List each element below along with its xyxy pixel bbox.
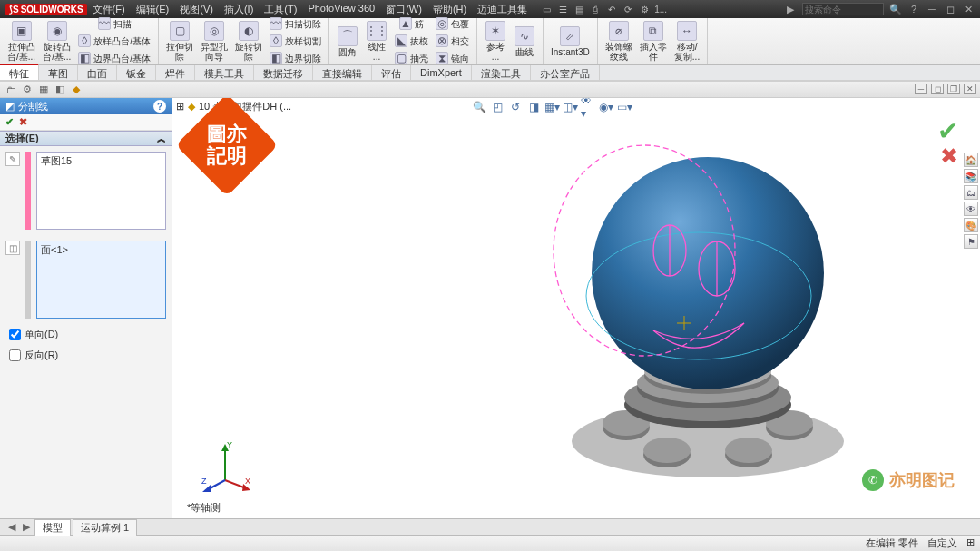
menu-tools[interactable]: 工具(T) bbox=[264, 3, 297, 16]
close-icon[interactable]: ✕ bbox=[962, 3, 975, 15]
taskpane-custom-icon[interactable]: ⚑ bbox=[964, 234, 978, 249]
taskpane-explorer-icon[interactable]: 🗂 bbox=[964, 185, 978, 200]
ribbon-btn-2[interactable]: 〰扫描 bbox=[74, 15, 154, 33]
status-system[interactable]: 自定义 bbox=[927, 536, 957, 550]
qat-new-icon[interactable]: ▭ bbox=[540, 3, 553, 15]
tab-sheetmetal[interactable]: 钣金 bbox=[117, 65, 156, 80]
viewport[interactable]: ⊞ ◆ 10.表情包摆件DH (... 🔍 ◰ ↺ ◨ ▦▾ ◫▾ 👁▾ ◉▾ … bbox=[172, 98, 980, 518]
fm-config-icon[interactable]: ▦ bbox=[36, 84, 51, 96]
zoom-fit-icon[interactable]: 🔍 bbox=[472, 100, 486, 114]
taskpane-home-icon[interactable]: 🏠 bbox=[964, 153, 978, 167]
tab-motion-study[interactable]: 运动算例 1 bbox=[73, 519, 137, 536]
tab-render[interactable]: 渲染工具 bbox=[472, 65, 531, 80]
face-select-icon[interactable]: ◫ bbox=[5, 241, 20, 255]
search-icon[interactable]: 🔍 bbox=[889, 3, 902, 15]
ribbon-btn-5[interactable]: ▢拉伸切 除 bbox=[162, 19, 197, 64]
tab-model[interactable]: 模型 bbox=[34, 519, 71, 536]
confirm-feature-icon[interactable]: ✔ bbox=[937, 116, 958, 146]
ribbon-btn-3[interactable]: ◊放样凸台/基体 bbox=[74, 33, 154, 50]
tree-expand-icon[interactable]: ⊞ bbox=[176, 101, 184, 113]
ribbon-btn-0[interactable]: ▣拉伸凸 台/基... bbox=[4, 19, 39, 64]
single-direction-checkbox[interactable] bbox=[9, 329, 21, 340]
fm-prop-icon[interactable]: ⚙ bbox=[20, 84, 34, 96]
ribbon-btn-9[interactable]: ◊放样切割 bbox=[266, 33, 325, 50]
qat-undo-icon[interactable]: ↶ bbox=[605, 3, 618, 15]
ribbon-btn-8[interactable]: 〰扫描切除 bbox=[266, 15, 325, 33]
tab-prev-icon[interactable]: ◀ bbox=[5, 521, 18, 534]
cancel-feature-icon[interactable]: ✖ bbox=[940, 143, 958, 169]
status-units-icon[interactable]: ⊞ bbox=[966, 536, 975, 550]
reverse-checkbox[interactable] bbox=[9, 349, 21, 361]
ribbon-btn-24[interactable]: ↔移动/ 复制... bbox=[671, 19, 703, 64]
tab-office[interactable]: 办公室产品 bbox=[531, 65, 600, 80]
command-search-input[interactable] bbox=[802, 3, 884, 15]
zoom-area-icon[interactable]: ◰ bbox=[490, 100, 505, 114]
sketch-selection-box[interactable]: 草图15 bbox=[36, 152, 166, 230]
tab-directedit[interactable]: 直接编辑 bbox=[313, 65, 372, 80]
pm-cancel-button[interactable]: ✖ bbox=[19, 116, 27, 128]
qat-print-icon[interactable]: ⎙ bbox=[589, 3, 602, 15]
qat-options-icon[interactable]: ⚙ bbox=[638, 3, 651, 15]
minimize-icon[interactable]: ─ bbox=[926, 3, 938, 15]
taskpane-appearance-icon[interactable]: 🎨 bbox=[964, 218, 978, 232]
ribbon-btn-20[interactable]: ∿曲线 bbox=[510, 25, 539, 59]
ribbon-btn-13[interactable]: ▲筋 bbox=[391, 15, 432, 33]
hide-show-icon[interactable]: 👁▾ bbox=[581, 100, 595, 114]
ribbon-btn-11[interactable]: ⌒圆角 bbox=[333, 25, 362, 59]
taskpane-lib-icon[interactable]: 📚 bbox=[964, 169, 978, 183]
qat-rebuild-icon[interactable]: ⟳ bbox=[622, 3, 634, 15]
ribbon-btn-6[interactable]: ◎异型孔 向导 bbox=[197, 19, 231, 64]
menu-insert[interactable]: 插入(I) bbox=[224, 3, 253, 16]
maximize-icon[interactable]: ◻ bbox=[944, 3, 956, 15]
ribbon-btn-22[interactable]: ⌀装饰螺 纹线 bbox=[602, 19, 636, 64]
fm-display-icon[interactable]: ◧ bbox=[53, 84, 67, 96]
ribbon-btn-17[interactable]: ⊗相交 bbox=[432, 33, 473, 50]
tab-moldtools[interactable]: 模具工具 bbox=[195, 65, 254, 80]
menu-view[interactable]: 视图(V) bbox=[180, 3, 213, 16]
doc-restore-icon[interactable]: ❐ bbox=[947, 84, 960, 94]
menu-edit[interactable]: 编辑(E) bbox=[136, 3, 170, 16]
ribbon-btn-19[interactable]: ✶参考 ... bbox=[481, 19, 510, 64]
scene-icon[interactable]: ▭▾ bbox=[617, 100, 632, 114]
tab-dimxpert[interactable]: DimXpert bbox=[411, 65, 472, 80]
orientation-triad[interactable]: Y X Z bbox=[198, 438, 252, 493]
tab-features[interactable]: 特征 bbox=[0, 64, 39, 80]
pm-selection-header[interactable]: 选择(E) ︽ bbox=[0, 131, 172, 146]
pm-ok-button[interactable]: ✔ bbox=[5, 116, 14, 128]
run-icon[interactable]: ▶ bbox=[784, 3, 797, 15]
fm-appearance-icon[interactable]: ◆ bbox=[69, 84, 83, 96]
doc-close-icon[interactable]: ✕ bbox=[964, 84, 976, 94]
pm-help-icon[interactable]: ? bbox=[153, 100, 166, 113]
ribbon-btn-14[interactable]: ◣拔模 bbox=[391, 33, 432, 50]
section-view-icon[interactable]: ◨ bbox=[526, 100, 541, 114]
tab-weldments[interactable]: 焊件 bbox=[156, 65, 195, 80]
qat-save-icon[interactable]: ▤ bbox=[573, 3, 585, 15]
face-selection-box[interactable]: 面<1> bbox=[36, 241, 166, 319]
help-icon[interactable]: ? bbox=[907, 3, 920, 15]
menu-help[interactable]: 帮助(H) bbox=[433, 3, 466, 16]
qat-extra[interactable]: 1... bbox=[654, 3, 667, 15]
tab-surfaces[interactable]: 曲面 bbox=[78, 65, 117, 80]
prev-view-icon[interactable]: ↺ bbox=[508, 100, 523, 114]
ribbon-btn-21[interactable]: ⬀Instant3D bbox=[547, 25, 593, 59]
ribbon-btn-1[interactable]: ◉旋转凸 台/基... bbox=[39, 19, 74, 64]
qat-open-icon[interactable]: ☰ bbox=[556, 3, 569, 15]
menu-maidi[interactable]: 迈迪工具集 bbox=[477, 3, 527, 16]
ribbon-btn-16[interactable]: ◎包覆 bbox=[432, 15, 473, 33]
tab-sketch[interactable]: 草图 bbox=[39, 65, 78, 80]
sketch-select-icon[interactable]: ✎ bbox=[5, 152, 20, 166]
doc-minimize-icon[interactable]: ─ bbox=[915, 84, 927, 94]
menu-photoview[interactable]: PhotoView 360 bbox=[308, 3, 375, 16]
tab-datamigration[interactable]: 数据迁移 bbox=[254, 65, 313, 80]
view-orient-icon[interactable]: ▦▾ bbox=[544, 100, 559, 114]
menu-window[interactable]: 窗口(W) bbox=[386, 3, 422, 16]
appearance-icon[interactable]: ◉▾ bbox=[599, 100, 613, 114]
tab-evaluate[interactable]: 评估 bbox=[372, 65, 411, 80]
tab-next-icon[interactable]: ▶ bbox=[20, 521, 33, 534]
display-style-icon[interactable]: ◫▾ bbox=[563, 100, 577, 114]
taskpane-view-icon[interactable]: 👁 bbox=[964, 202, 978, 216]
ribbon-btn-12[interactable]: ⋮⋮线性 ... bbox=[362, 19, 391, 64]
ribbon-btn-23[interactable]: ⧉插入零 件 bbox=[636, 19, 671, 64]
ribbon-btn-7[interactable]: ◐旋转切 除 bbox=[231, 19, 266, 64]
menu-file[interactable]: 文件(F) bbox=[93, 3, 125, 16]
